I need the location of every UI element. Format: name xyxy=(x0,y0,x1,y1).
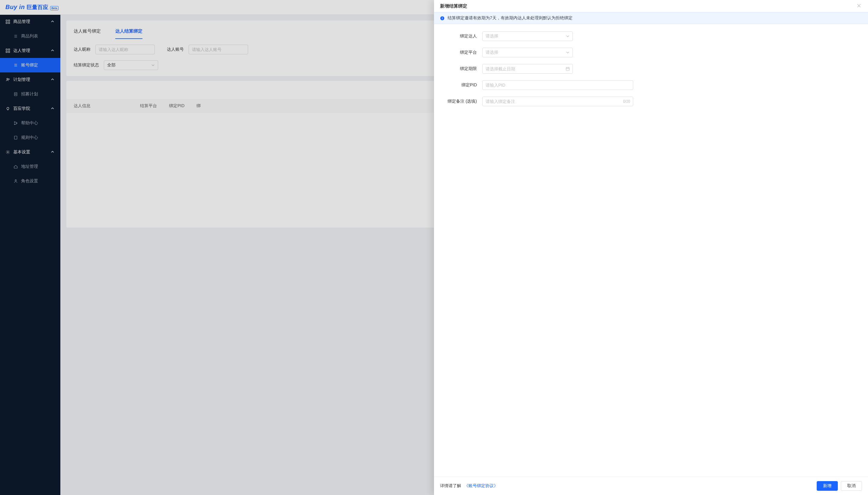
submit-button[interactable]: 新增 xyxy=(817,481,838,491)
field-label: 绑定备注 (选填) xyxy=(440,99,482,104)
drawer-notice: 结算绑定邀请有效期为7天，有效期内达人未处理则默认为拒绝绑定 xyxy=(434,12,868,24)
field-pid: 绑定PID xyxy=(440,80,862,90)
pid-input[interactable] xyxy=(482,80,633,90)
select-placeholder: 请选择 xyxy=(486,50,498,55)
field-label: 绑定平台 xyxy=(440,50,482,55)
field-platform: 绑定平台 请选择 xyxy=(440,48,862,57)
field-remark: 绑定备注 (选填) 0/20 xyxy=(440,97,862,106)
platform-select[interactable]: 请选择 xyxy=(482,48,573,57)
field-label: 绑定PID xyxy=(440,82,482,88)
period-input[interactable] xyxy=(482,64,573,74)
drawer-footer: 详情请了解 《账号绑定协议》 新增 取消 xyxy=(434,477,868,495)
calendar-icon xyxy=(566,67,570,71)
field-label: 绑定期限 xyxy=(440,66,482,71)
drawer-header: 新增结算绑定 xyxy=(434,0,868,12)
author-select[interactable]: 请选择 xyxy=(482,31,573,41)
field-period: 绑定期限 xyxy=(440,64,862,74)
drawer-title: 新增结算绑定 xyxy=(440,3,467,9)
agreement-link[interactable]: 《账号绑定协议》 xyxy=(464,483,498,489)
remark-input[interactable] xyxy=(482,97,633,106)
close-icon[interactable] xyxy=(856,3,862,9)
svg-rect-21 xyxy=(566,68,570,71)
chevron-down-icon xyxy=(566,34,570,38)
select-placeholder: 请选择 xyxy=(486,34,498,39)
svg-rect-19 xyxy=(442,18,443,19)
chevron-down-icon xyxy=(566,51,570,54)
notice-text: 结算绑定邀请有效期为7天，有效期内达人未处理则默认为拒绝绑定 xyxy=(448,15,573,21)
svg-point-20 xyxy=(442,17,443,17)
field-author: 绑定达人 请选择 xyxy=(440,31,862,41)
drawer-form: 绑定达人 请选择 绑定平台 请选择 绑定期限 xyxy=(434,24,868,477)
info-icon xyxy=(440,16,445,20)
footer-hint: 详情请了解 xyxy=(440,483,461,489)
cancel-button[interactable]: 取消 xyxy=(841,481,862,491)
char-counter: 0/20 xyxy=(623,99,630,104)
drawer-new-bind: 新增结算绑定 结算绑定邀请有效期为7天，有效期内达人未处理则默认为拒绝绑定 绑定… xyxy=(434,0,868,495)
field-label: 绑定达人 xyxy=(440,34,482,39)
